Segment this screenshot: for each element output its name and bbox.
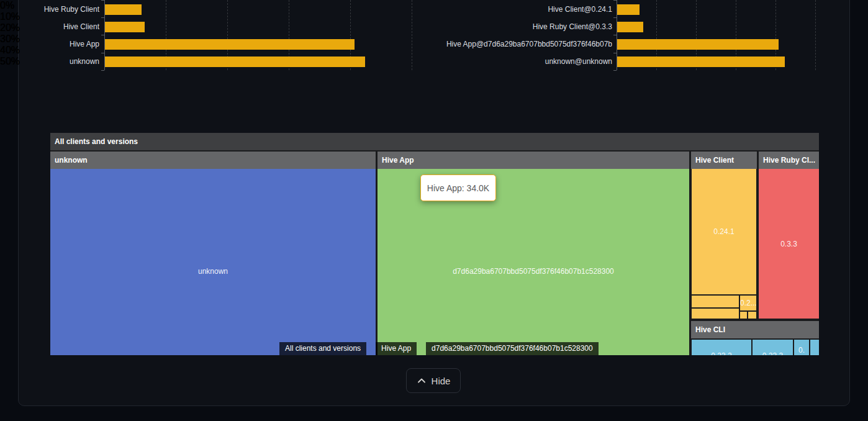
category-label: Hive Ruby Client@0.3.3 (426, 22, 612, 32)
hide-button[interactable]: Hide (406, 368, 461, 393)
treemap-header-label: unknown (50, 152, 376, 169)
treemap-breadcrumb: All clients and versionsHive Appd7d6a29b… (279, 342, 599, 355)
treemap-header-label: Hive CLI (691, 321, 819, 338)
clients-treemap[interactable]: All clients and versionsunknownHive AppH… (50, 133, 819, 355)
breadcrumb-chevron-icon (417, 342, 425, 355)
treemap-cell[interactable] (692, 309, 739, 319)
bar[interactable] (617, 22, 643, 32)
treemap-tooltip: Hive App: 34.0K (420, 174, 496, 201)
tooltip-text: Hive App: 34.0K (427, 183, 489, 193)
bar[interactable] (617, 57, 785, 67)
breadcrumb-item[interactable]: Hive App (376, 342, 417, 355)
chevron-up-icon (417, 377, 427, 384)
client-versions-bar-chart: Hive Client@0.24.1Hive Ruby Client@0.3.3… (0, 0, 868, 87)
bar[interactable] (617, 39, 779, 50)
treemap-cell-label: 0.23.2 (692, 351, 751, 355)
treemap-header-label: All clients and versions (50, 133, 819, 150)
treemap-header-label: Hive Client (691, 152, 757, 169)
treemap-header[interactable]: Hive Ruby Cl... (759, 152, 819, 169)
treemap-cell[interactable] (50, 169, 376, 355)
treemap-header-label: Hive Ruby Cl... (759, 152, 819, 169)
treemap-header[interactable]: Hive CLI (691, 321, 819, 338)
y-axis-tick (613, 35, 617, 35)
breadcrumb-chevron-icon (367, 342, 375, 355)
treemap-cell-label: 0.3.3 (759, 239, 819, 249)
treemap-header[interactable]: unknown (50, 152, 376, 169)
category-label: unknown@unknown (426, 57, 612, 66)
y-axis-tick (613, 0, 617, 1)
treemap-cell[interactable] (740, 312, 747, 319)
treemap-cell-label: 0.2... (740, 298, 756, 308)
treemap-header[interactable]: Hive App (377, 152, 689, 169)
treemap-cell-label: 0.24.1 (692, 227, 756, 237)
y-axis-tick (613, 53, 617, 53)
treemap-header-label: Hive App (377, 152, 689, 169)
treemap-cell[interactable] (692, 296, 739, 307)
category-label: Hive App@d7d6a29ba6707bbd5075df376f46b07… (426, 39, 612, 49)
treemap-header[interactable]: All clients and versions (50, 133, 819, 150)
hide-button-label: Hide (432, 376, 451, 386)
clients-insights-page: Hive Ruby ClientHive ClientHive Appunkno… (0, 0, 868, 421)
treemap-cell[interactable] (748, 312, 756, 319)
grid-line (815, 0, 816, 70)
breadcrumb-item[interactable]: All clients and versions (279, 342, 366, 355)
y-axis-tick (613, 70, 617, 71)
category-label: Hive Client@0.24.1 (426, 4, 612, 14)
treemap-cell-label: 0.23.3 (753, 351, 793, 355)
treemap-cell-label: unknown (50, 266, 376, 276)
y-axis-tick (613, 17, 617, 18)
treemap-cell[interactable] (810, 340, 819, 355)
breadcrumb-item[interactable]: d7d6a29ba6707bbd5075df376f46b07b1c528300 (426, 342, 599, 355)
treemap-header[interactable]: Hive Client (691, 152, 757, 169)
bar[interactable] (617, 4, 640, 15)
treemap-cell-label: d7d6a29ba6707bbd5075df376f46b07b1c528300 (377, 266, 689, 276)
treemap-cell-label: 0. (794, 345, 809, 355)
